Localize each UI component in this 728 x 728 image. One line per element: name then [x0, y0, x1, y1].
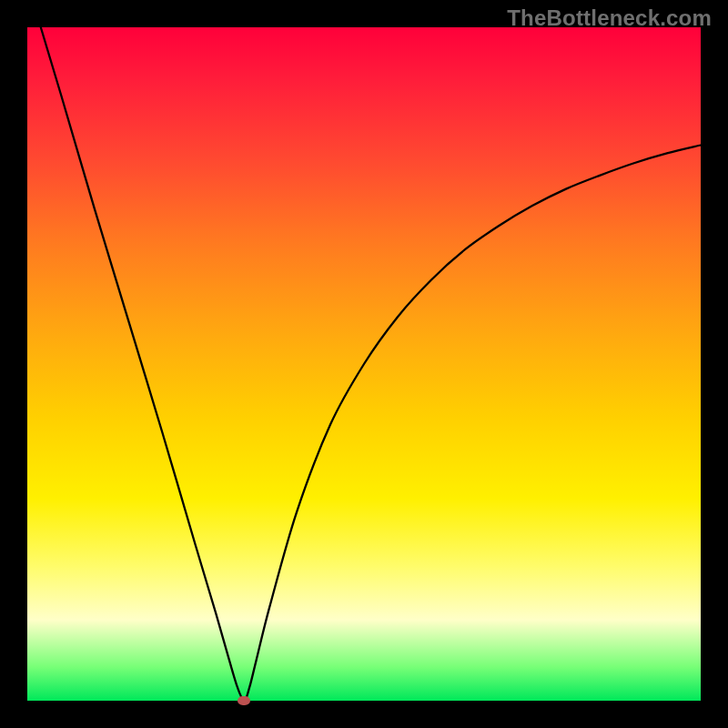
- plot-area: [27, 27, 701, 701]
- curve-svg: [27, 27, 701, 701]
- bottleneck-curve: [41, 27, 701, 701]
- chart-container: TheBottleneck.com: [0, 0, 728, 728]
- minimum-marker: [238, 696, 250, 705]
